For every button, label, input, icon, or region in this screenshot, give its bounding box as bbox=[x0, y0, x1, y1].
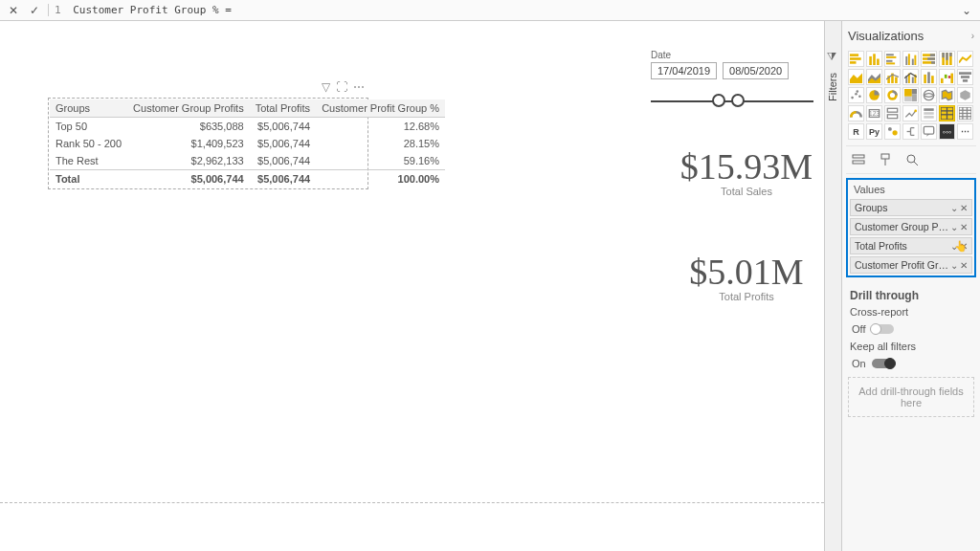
date-slicer-track[interactable] bbox=[651, 93, 813, 110]
table-visual[interactable]: ▽ ⛶ ⋯ Groups Customer Group Profits Tota… bbox=[48, 98, 368, 189]
chevron-down-icon[interactable]: ⌄ bbox=[950, 222, 958, 232]
viz-stacked-bar-icon[interactable] bbox=[848, 51, 864, 67]
cancel-formula-button[interactable]: ✕ bbox=[6, 3, 21, 18]
viz-100-bar-icon[interactable] bbox=[921, 51, 937, 67]
remove-field-icon[interactable]: ✕ bbox=[960, 241, 968, 252]
table-row[interactable]: The Rest $2,962,133 $5,006,744 59.16% bbox=[50, 152, 445, 170]
viz-treemap-icon[interactable] bbox=[902, 87, 919, 103]
remove-field-icon[interactable]: ✕ bbox=[960, 222, 968, 232]
field-pill-total-profits[interactable]: Total Profits ⌄✕ 👆 bbox=[850, 237, 972, 254]
viz-scatter-icon[interactable] bbox=[848, 87, 864, 103]
svg-rect-44 bbox=[961, 76, 969, 78]
viz-funnel-icon[interactable] bbox=[957, 69, 973, 85]
column-header[interactable]: Customer Profit Group % bbox=[316, 99, 445, 118]
analytics-tab-icon[interactable] bbox=[903, 152, 921, 167]
svg-rect-7 bbox=[886, 56, 896, 58]
chevron-down-icon[interactable]: ⌄ bbox=[950, 203, 958, 213]
svg-rect-60 bbox=[887, 108, 897, 112]
svg-rect-31 bbox=[895, 77, 898, 84]
svg-rect-43 bbox=[959, 72, 971, 75]
viz-ribbon-icon[interactable] bbox=[921, 69, 937, 85]
viz-filled-map-icon[interactable] bbox=[939, 87, 955, 103]
viz-multi-card-icon[interactable] bbox=[884, 105, 901, 121]
svg-rect-61 bbox=[887, 115, 897, 119]
cross-report-label: Cross-report bbox=[846, 304, 976, 320]
more-options-icon[interactable]: ⋯ bbox=[353, 80, 365, 94]
viz-python-icon[interactable]: Py bbox=[866, 123, 882, 140]
viz-custom-icon[interactable]: ◦◦◦ bbox=[939, 123, 955, 140]
field-pill-groups[interactable]: Groups ⌄✕ bbox=[850, 199, 972, 216]
date-slicer-visual[interactable]: Date 17/04/2019 08/05/2020 bbox=[651, 50, 813, 110]
viz-map-icon[interactable] bbox=[921, 87, 937, 103]
focus-mode-icon[interactable]: ⛶ bbox=[336, 80, 347, 94]
svg-rect-13 bbox=[914, 55, 916, 65]
viz-pie-icon[interactable] bbox=[866, 87, 882, 103]
table-row[interactable]: Top 50 $635,088 $5,006,744 12.68% bbox=[50, 118, 445, 136]
viz-card-icon[interactable]: 123 bbox=[866, 105, 882, 121]
report-canvas[interactable]: Date 17/04/2019 08/05/2020 $15.93M Total… bbox=[0, 21, 824, 551]
total-profits-card[interactable]: $5.01M Total Profits bbox=[670, 251, 823, 302]
filters-tab-label: Filters bbox=[827, 73, 838, 101]
viz-waterfall-icon[interactable] bbox=[939, 69, 955, 85]
filters-pane-collapsed[interactable]: ⧩ Filters bbox=[824, 21, 841, 551]
total-sales-card[interactable]: $15.93M Total Sales bbox=[670, 145, 823, 197]
viz-key-influencers-icon[interactable] bbox=[884, 123, 901, 140]
viz-matrix-icon[interactable] bbox=[957, 105, 973, 121]
svg-rect-12 bbox=[912, 59, 914, 66]
drill-through-title: Drill through bbox=[846, 287, 976, 304]
viz-stacked-area-icon[interactable] bbox=[866, 69, 882, 85]
column-header[interactable]: Groups bbox=[50, 99, 127, 118]
field-pill-customer-profit-group-pct[interactable]: Customer Profit Group % ⌄✕ bbox=[850, 256, 972, 274]
viz-r-icon[interactable]: R bbox=[848, 123, 864, 140]
slider-knob-start[interactable] bbox=[712, 94, 725, 107]
viz-qa-icon[interactable] bbox=[921, 123, 937, 140]
viz-kpi-icon[interactable] bbox=[902, 105, 919, 121]
svg-rect-19 bbox=[931, 61, 935, 64]
visualizations-title: Visualizations bbox=[848, 29, 924, 43]
viz-line-icon[interactable] bbox=[957, 51, 973, 67]
column-header[interactable]: Customer Group Profits bbox=[127, 99, 250, 118]
table-total-row[interactable]: Total $5,006,744 $5,006,744 100.00% bbox=[50, 170, 445, 188]
viz-table-icon[interactable] bbox=[939, 105, 955, 121]
remove-field-icon[interactable]: ✕ bbox=[960, 260, 968, 271]
commit-formula-button[interactable]: ✓ bbox=[27, 3, 42, 18]
viz-donut-icon[interactable] bbox=[884, 87, 901, 103]
fields-tab-icon[interactable] bbox=[850, 152, 867, 167]
format-tools-row bbox=[846, 145, 976, 174]
viz-clustered-bar-icon[interactable] bbox=[884, 51, 901, 67]
chevron-down-icon[interactable]: ⌄ bbox=[950, 260, 958, 271]
svg-rect-56 bbox=[904, 97, 912, 101]
viz-area-icon[interactable] bbox=[848, 69, 864, 85]
viz-100-column-icon[interactable] bbox=[939, 51, 955, 67]
viz-line-clustered-icon[interactable] bbox=[902, 69, 919, 85]
viz-gauge-icon[interactable] bbox=[848, 105, 864, 121]
field-pill-customer-group-profits[interactable]: Customer Group Profits ⌄✕ bbox=[850, 218, 972, 235]
formula-text[interactable]: 1 Customer Profit Group % = bbox=[48, 4, 953, 16]
expand-formula-button[interactable]: ⌄ bbox=[959, 3, 974, 18]
svg-rect-64 bbox=[924, 112, 933, 115]
column-header[interactable]: Total Profits bbox=[250, 99, 316, 118]
viz-decomp-icon[interactable] bbox=[902, 123, 919, 140]
table-frame: Groups Customer Group Profits Total Prof… bbox=[48, 98, 368, 189]
slider-knob-end[interactable] bbox=[731, 94, 745, 107]
filter-icon[interactable]: ▽ bbox=[322, 80, 330, 94]
cross-report-toggle[interactable]: Off bbox=[846, 320, 976, 339]
date-to-input[interactable]: 08/05/2020 bbox=[723, 62, 789, 79]
chevron-down-icon[interactable]: ⌄ bbox=[950, 241, 958, 252]
keep-filters-toggle[interactable]: On bbox=[846, 354, 976, 373]
viz-line-column-icon[interactable] bbox=[884, 69, 901, 85]
drill-drop-zone[interactable]: Add drill-through fields here bbox=[848, 377, 974, 417]
filters-funnel-icon: ⧩ bbox=[827, 50, 836, 63]
date-from-input[interactable]: 17/04/2019 bbox=[651, 62, 717, 79]
table-row[interactable]: Rank 50 - 200 $1,409,523 $5,006,744 28.1… bbox=[50, 135, 445, 152]
viz-shape-map-icon[interactable] bbox=[957, 87, 973, 103]
viz-slicer-icon[interactable] bbox=[921, 105, 937, 121]
drill-through-section: Drill through Cross-report Off Keep all … bbox=[846, 287, 976, 417]
collapse-pane-icon[interactable]: › bbox=[971, 31, 974, 41]
viz-stacked-column-icon[interactable] bbox=[866, 51, 882, 67]
viz-clustered-column-icon[interactable] bbox=[902, 51, 919, 67]
remove-field-icon[interactable]: ✕ bbox=[960, 203, 968, 213]
viz-import-icon[interactable]: ⋯ bbox=[957, 123, 973, 140]
values-header: Values bbox=[850, 182, 972, 197]
format-tab-icon[interactable] bbox=[877, 152, 894, 167]
